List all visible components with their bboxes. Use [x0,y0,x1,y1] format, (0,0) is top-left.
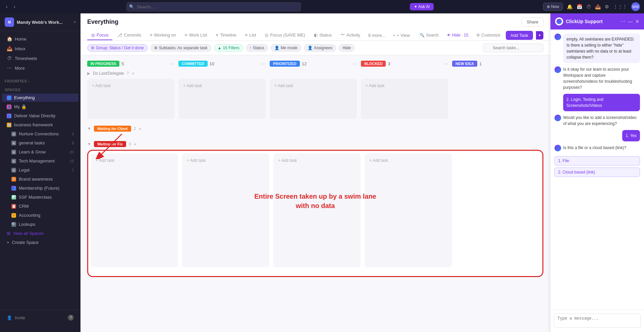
workspace-switcher[interactable]: M Mandy Webb's Work... ▾ [0,13,80,31]
sidebar-item-learn-grow[interactable]: ≡ Learn & Grow 20 [2,148,78,156]
sidebar-item-business-framework[interactable]: 🏢 business framework ⋯ + [2,121,78,129]
notification-icon[interactable]: 🔔 [567,4,573,9]
filter-status[interactable]: ↑ Status [246,44,268,52]
new-button[interactable]: ⊕ New [543,3,563,11]
chat-close-button[interactable]: ✕ [635,19,639,24]
learn-grow-icon: ≡ [11,150,16,154]
chat-msg-3: 2. Login, Testing and Screenshots/Videos [563,94,640,111]
share-button[interactable]: Share [522,17,543,26]
sidebar-item-membership[interactable]: 👥 Membership (Future) [2,184,78,192]
waiting-fix-col-2: + Add task [182,153,269,267]
waiting-fix-add-3[interactable]: + Add task [276,156,358,165]
waiting-client-chevron[interactable]: ▼ [87,126,91,131]
sidebar-item-deliver-value[interactable]: 👥 Deliver Value Directly [2,112,78,120]
workspace-icon: M [5,17,14,27]
ask-ai-button[interactable]: ✦ Ask AI [410,3,434,10]
chat-msg-4: Would you like to add a screenshot/video… [563,115,640,127]
space-more-dots[interactable]: ⋯ [64,123,69,127]
sidebar-item-brand[interactable]: 🎨 Brand awareness [2,175,78,183]
blocked-dots[interactable]: ⋯ [444,61,448,66]
tab-status[interactable]: ◐ Status [310,30,336,40]
prioritized-dots[interactable]: ⋯ [353,61,357,66]
waiting-fix-add-4[interactable]: + Add task [367,156,449,165]
sidebar-item-my[interactable]: 👤 My 🔒 [2,103,78,111]
waiting-fix-add-2[interactable]: + Add task [185,156,267,165]
tab-commits[interactable]: ⎇ Commits [113,30,145,40]
space-add-btn[interactable]: + [70,123,74,127]
sidebar-item-timesheets[interactable]: ⏱ Timesheets [2,54,78,63]
chat-dots-button[interactable]: ⋯ [621,19,625,24]
inbox-icon[interactable]: 📥 [595,4,601,9]
user-avatar[interactable]: MW [631,2,640,11]
tab-timeline[interactable]: ≡ Timeline [212,30,240,40]
chat-input[interactable] [554,314,641,328]
spaces-section[interactable]: Spaces [0,84,80,93]
waiting-fix-add-btn[interactable]: + [134,141,137,147]
back-button[interactable]: ‹ [4,3,10,10]
chat-minimize-button[interactable]: — [628,19,633,24]
view-all-spaces[interactable]: ⊞ View all Spaces [2,229,78,238]
calendar-icon[interactable]: 📅 [577,4,582,9]
sidebar-item-lookups[interactable]: 🔍 Lookups [2,220,78,228]
tab-activity[interactable]: 〜 Activity [336,30,364,41]
favorites-section[interactable]: Favorites › [0,76,80,84]
committed-dots[interactable]: ⋯ [261,61,266,66]
filter-15[interactable]: ▲ 15 Filters [214,44,243,52]
sidebar-item-more[interactable]: ⋯ More [2,63,78,73]
sidebar-item-legal[interactable]: ≡ Legal 7 [2,166,78,174]
sidebar-item-crm[interactable]: 📋 CRM [2,202,78,210]
invite-item[interactable]: 👤 Invite ? [2,313,78,323]
chat-option-1[interactable]: 1. File [554,156,640,165]
tab-working-on[interactable]: ≡ Working on [146,30,180,40]
customize-button[interactable]: ⚙ Customize [474,31,503,39]
sidebar-item-accounting[interactable]: 💰 Accounting [2,211,78,219]
tab-work-list[interactable]: ≡ Work List [181,30,211,40]
sidebar-item-home[interactable]: 🏠 Home [2,34,78,44]
waiting-client-add-btn[interactable]: + [139,126,141,131]
search-tab-icon: 🔍 [420,33,425,38]
group-do-last-chevron[interactable]: ▶ [87,71,90,76]
tab-list[interactable]: ≡ List [241,30,260,40]
search-tasks-input[interactable] [483,44,543,52]
sidebar-item-nurture[interactable]: ≡ Nurture Connections 3 [2,130,78,138]
sidebar-item-general[interactable]: ≡ general tasks 9 [2,139,78,147]
sidebar-item-everything[interactable]: 🌐 Everything [2,93,78,102]
settings-icon[interactable]: ⚙ [605,4,609,9]
chat-panel: ClickUp Support ⋯ — ✕ empty. All swimlan… [550,13,644,332]
chat-option-2[interactable]: 2. Cloud based (link) [554,168,640,177]
hide-button[interactable]: 👁 Hide · 15 [444,31,471,39]
tab-focus[interactable]: ◎ Focus [87,30,112,40]
focus-tab-icon: ◎ [91,32,95,38]
do-last-add-4[interactable]: + Add task [364,81,445,90]
topbar-search-input[interactable] [126,2,301,11]
filter-group[interactable]: ⚙ Group: Status / Get it done [87,44,148,52]
filter-subtasks[interactable]: ⚙ Subtasks: As separate task [150,44,211,52]
waiting-fix-add-1[interactable]: + Add task [94,156,175,165]
sidebar-item-ssf[interactable]: 📊 SSF Masterclass [2,193,78,201]
sidebar-item-tech[interactable]: ≡ Tech Management 15 [2,157,78,165]
help-icon[interactable]: ? [68,315,74,321]
waiting-fix-chevron[interactable]: ▼ [87,142,91,146]
add-task-chevron-button[interactable]: ▾ [536,31,543,40]
tab-focus-save[interactable]: ◎ Focus (SAVE ME) [261,30,309,40]
forward-button[interactable]: › [12,3,17,10]
create-space[interactable]: + Create Space [2,238,78,247]
add-task-button[interactable]: Add Task [506,31,533,40]
invite-icon: 👤 [7,315,12,320]
filter-assignees[interactable]: 👤 Assignees [304,44,336,52]
timer-icon[interactable]: ⏱ [586,4,591,9]
in-progress-dots[interactable]: ⋯ [170,61,174,66]
do-last-add-1[interactable]: + Add task [90,81,172,90]
filter-me-mode[interactable]: 👤 Me mode [271,44,301,52]
do-last-add-3[interactable]: + Add task [272,81,354,90]
add-view-button[interactable]: + + View [389,31,413,40]
filter-bar: ⚙ Group: Status / Get it done ⚙ Subtasks… [80,41,550,55]
status-filter-icon: ↑ [250,46,252,50]
group-do-last-add[interactable]: + [131,71,134,76]
filter-hide[interactable]: Hide [339,44,355,52]
sidebar-item-inbox[interactable]: 📥 Inbox [2,44,78,53]
grid-icon[interactable]: ⋮⋮⋮ [613,4,627,9]
search-button[interactable]: 🔍 Search [417,31,441,39]
do-last-add-2[interactable]: + Add task [181,81,263,90]
more-tabs-button[interactable]: 8 more... [365,31,389,40]
